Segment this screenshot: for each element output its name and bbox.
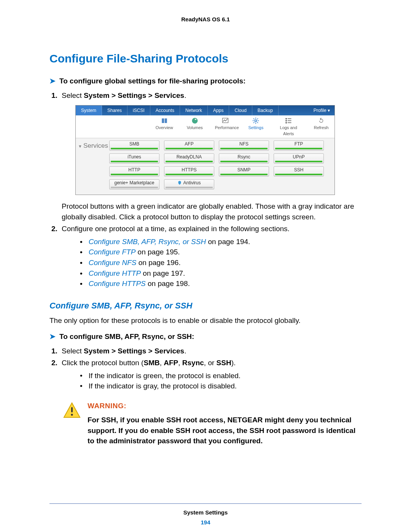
link-item: Configure NFS on page 196. xyxy=(80,257,362,268)
svg-line-9 xyxy=(257,122,258,123)
svg-point-14 xyxy=(286,120,287,121)
svg-point-16 xyxy=(286,122,287,123)
cross-ref-link[interactable]: Configure HTTP xyxy=(89,269,141,277)
note-after-image: Protocol buttons with a green indicator … xyxy=(62,201,362,222)
tab-backup[interactable]: Backup xyxy=(252,105,279,115)
warning-body: For SSH, if you enable SSH root access, … xyxy=(88,415,362,446)
arrow-icon: ➤ xyxy=(49,77,56,85)
warning-icon xyxy=(63,402,81,446)
protocol-afp[interactable]: AFP xyxy=(164,141,214,150)
protocol-nfs[interactable]: NFS xyxy=(219,141,269,150)
sub-a: If the indicator is green, the protocol … xyxy=(80,371,362,381)
subsection-title: Configure SMB, AFP, Rsync, or SSH xyxy=(49,300,362,312)
status-indicator xyxy=(111,148,158,149)
svg-rect-19 xyxy=(71,407,73,412)
status-indicator xyxy=(166,187,213,188)
proc2-step-2: Click the protocol button (SMB, AFP, Rsy… xyxy=(59,358,362,391)
toolbar-volumes[interactable]: Volumes xyxy=(185,117,205,137)
sub-b: If the indicator is gray, the protocol i… xyxy=(80,381,362,391)
status-indicator xyxy=(166,161,213,162)
toolbar-refresh-label: Refresh xyxy=(311,125,331,131)
protocol-genie-marketplace[interactable]: genie+ Marketplace xyxy=(109,179,159,189)
status-indicator xyxy=(111,161,158,162)
toolbar-refresh[interactable]: Refresh xyxy=(311,117,331,137)
status-indicator xyxy=(275,174,322,175)
svg-rect-1 xyxy=(165,118,167,123)
footer-title: System Settings xyxy=(49,508,362,517)
protocol-snmp[interactable]: SNMP xyxy=(219,166,269,176)
tab-shares[interactable]: Shares xyxy=(102,105,127,115)
svg-point-20 xyxy=(71,414,73,415)
warning-block: WARNING: For SSH, if you enable SSH root… xyxy=(63,401,362,446)
protocol-itunes[interactable]: iTunes xyxy=(109,153,159,163)
toolbar-logs-and-alerts[interactable]: Logs and Alerts xyxy=(276,117,301,137)
status-indicator xyxy=(220,148,268,149)
svg-point-3 xyxy=(255,120,257,122)
tab-cloud[interactable]: Cloud xyxy=(229,105,252,115)
procedure-intro: ➤To configure global settings for file-s… xyxy=(49,76,362,86)
status-indicator xyxy=(220,161,268,162)
status-indicator xyxy=(220,174,268,175)
tab-accounts[interactable]: Accounts xyxy=(150,105,180,115)
link-item: Configure FTP on page 195. xyxy=(80,247,362,257)
svg-point-12 xyxy=(286,118,287,119)
protocol-https[interactable]: HTTPS xyxy=(164,166,214,176)
chevron-down-icon: ▼ xyxy=(78,144,82,149)
step-1-suffix: . xyxy=(184,91,186,99)
link-item: Configure SMB, AFP, Rsync, or SSH on pag… xyxy=(80,236,362,247)
status-indicator xyxy=(275,148,322,149)
toolbar-overview[interactable]: Overview xyxy=(154,117,175,137)
svg-line-11 xyxy=(257,118,258,119)
performance-icon xyxy=(215,117,236,125)
tab-system[interactable]: System xyxy=(76,105,102,115)
toolbar-performance[interactable]: Performance xyxy=(215,117,236,137)
protocol-upnp[interactable]: UPnP xyxy=(274,153,324,163)
link-item: Configure HTTP on page 197. xyxy=(80,268,362,279)
protocol-antivirus[interactable]: Antivirus xyxy=(164,179,214,189)
cross-ref-link[interactable]: Configure NFS xyxy=(89,259,137,267)
status-indicator xyxy=(111,174,158,175)
status-indicator xyxy=(166,148,213,149)
protocol-smb[interactable]: SMB xyxy=(109,141,159,150)
cross-ref-link[interactable]: Configure SMB, AFP, Rsync, or SSH xyxy=(89,238,206,246)
logs-and-alerts-icon xyxy=(276,117,301,125)
toolbar-settings[interactable]: Settings xyxy=(245,117,266,137)
settings-screenshot: SystemSharesiSCSIAccountsNetworkAppsClou… xyxy=(75,105,335,195)
services-section-label[interactable]: ▼Services xyxy=(78,141,109,189)
svg-line-8 xyxy=(253,118,254,119)
link-item: Configure HTTPS on page 198. xyxy=(80,278,362,289)
volumes-icon xyxy=(185,117,205,125)
arrow-icon: ➤ xyxy=(49,332,56,340)
svg-rect-0 xyxy=(162,118,164,123)
proc2-step-1: Select System > Settings > Services. xyxy=(59,346,362,356)
procedure2-intro: ➤To configure SMB, AFP, Rsync, or SSH: xyxy=(49,331,362,342)
tab-apps[interactable]: Apps xyxy=(208,105,229,115)
warning-label: WARNING: xyxy=(88,401,362,411)
cross-ref-link[interactable]: Configure HTTPS xyxy=(89,280,146,288)
services-label-text: Services xyxy=(83,142,108,149)
refresh-icon xyxy=(311,117,331,125)
protocol-readydlna[interactable]: ReadyDLNA xyxy=(164,153,214,163)
step-1-path: System > Settings > Services xyxy=(84,91,184,99)
tab-network[interactable]: Network xyxy=(180,105,208,115)
protocol-ftp[interactable]: FTP xyxy=(274,141,324,150)
overview-icon xyxy=(154,117,175,125)
step-2-text: Configure one protocol at a time, as exp… xyxy=(62,225,290,233)
protocol-rsync[interactable]: Rsync xyxy=(219,153,269,163)
procedure2-intro-text: To configure SMB, AFP, Rsync, or SSH: xyxy=(59,332,194,340)
status-indicator xyxy=(275,161,322,162)
page-title: Configure File-Sharing Protocols xyxy=(49,50,362,67)
step-2: Configure one protocol at a time, as exp… xyxy=(59,224,362,289)
profile-menu[interactable]: Profile ▾ xyxy=(309,105,335,115)
cross-ref-link[interactable]: Configure FTP xyxy=(89,248,136,256)
protocol-http[interactable]: HTTP xyxy=(109,166,159,176)
step-1: Select System > Settings > Services. Sys… xyxy=(59,90,362,222)
footer-page-number: 194 xyxy=(49,518,362,527)
status-indicator xyxy=(166,174,213,175)
protocol-ssh[interactable]: SSH xyxy=(274,166,324,176)
subsection-body: The only option for these protocols is t… xyxy=(49,315,362,326)
tab-iscsi[interactable]: iSCSI xyxy=(127,105,150,115)
settings-icon xyxy=(245,117,266,125)
page-header: ReadyNAS OS 6.1 xyxy=(49,15,362,24)
step-1-prefix: Select xyxy=(62,91,84,99)
